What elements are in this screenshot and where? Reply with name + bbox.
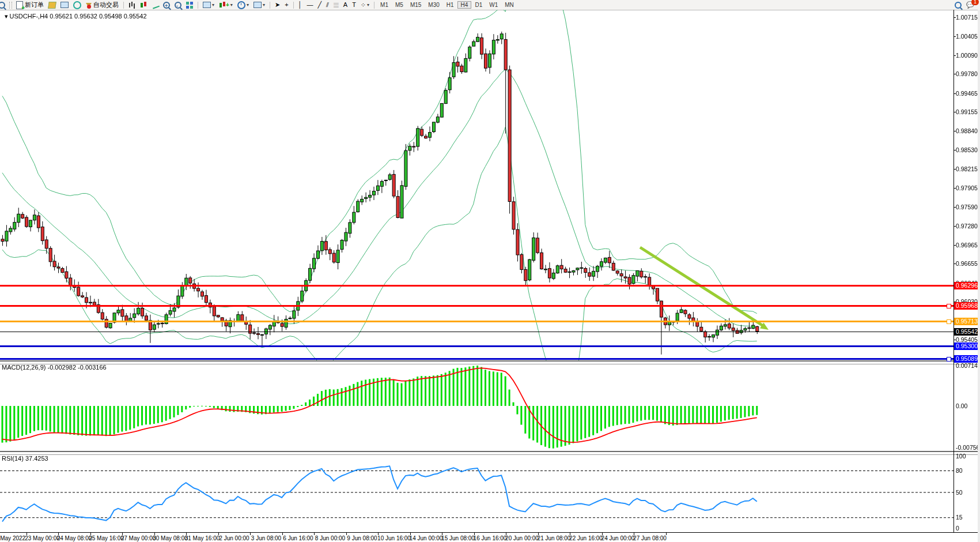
channel-button[interactable]: ⫽: [324, 1, 331, 9]
price-line-label: 0.95542: [954, 328, 979, 336]
toolbar-search-button[interactable]: [953, 1, 963, 9]
arrows-button[interactable]: ⁘▾: [359, 1, 371, 9]
separator: [123, 2, 124, 9]
price-line-label: 0.95968: [954, 302, 979, 310]
candlestick-button[interactable]: [138, 1, 149, 9]
hline-0.95542[interactable]: [0, 332, 953, 332]
equidistant-channel-icon: ⫽: [326, 1, 329, 9]
toolbar-grip: [9, 2, 12, 9]
time-axis-label: 24 May 08:00: [57, 535, 92, 541]
timeframe-m5[interactable]: M5: [392, 1, 407, 9]
time-axis-label: 25 May 16:00: [89, 535, 124, 541]
horizontal-line-icon: —: [307, 1, 313, 9]
text-label-icon: T: [352, 1, 356, 9]
timeframe-m30[interactable]: M30: [425, 1, 442, 9]
timeframe-h4[interactable]: H4: [457, 1, 472, 9]
trendline-button[interactable]: ╱: [316, 1, 323, 9]
zoom-in-button[interactable]: +: [161, 1, 172, 9]
tile-windows-icon: [186, 2, 193, 9]
cursor-tool-button[interactable]: ➤: [273, 1, 282, 9]
timeframe-h1[interactable]: H1: [443, 1, 457, 9]
monitor-icon: [60, 2, 69, 8]
macd-label: MACD(12,26,9) -0.002982 -0.003166: [2, 364, 107, 371]
templates-button[interactable]: ▾: [252, 1, 267, 9]
timeframe-m1[interactable]: M1: [377, 1, 392, 9]
rsi-canvas[interactable]: [0, 453, 953, 532]
macd-canvas[interactable]: [0, 362, 953, 450]
rsi-axis-value: 15: [956, 514, 963, 521]
time-axis-label: 10 Jun 16:00: [377, 535, 411, 541]
chart-styles-button[interactable]: [47, 1, 58, 9]
time-axis-label: 27 Jun 08:00: [633, 535, 667, 541]
auto-trading-button[interactable]: 自动交易: [84, 1, 120, 9]
tile-windows-button[interactable]: [184, 1, 195, 9]
crosshair-icon: +: [285, 1, 288, 9]
price-axis-value: 0.99465: [956, 90, 978, 97]
hline-0.96296[interactable]: [0, 285, 953, 287]
price-axis-value: 0.98840: [956, 127, 978, 134]
fibonacci-icon: 𝄙: [334, 1, 339, 9]
timeframe-d1[interactable]: D1: [471, 1, 486, 9]
timeframe-m15[interactable]: M15: [407, 1, 425, 9]
hline-0.95300[interactable]: [0, 345, 953, 347]
bar-chart-icon: [128, 2, 135, 9]
time-axis-tick: [314, 533, 315, 535]
price-line-label: 0.95713: [954, 318, 979, 325]
bar-chart-button[interactable]: [127, 1, 137, 9]
line-handle[interactable]: [947, 304, 951, 308]
time-axis-tick: [666, 533, 667, 535]
hline-0.95968[interactable]: [0, 305, 953, 307]
clock-icon: [237, 1, 245, 9]
timeframe-w1[interactable]: W1: [486, 1, 501, 9]
text-label-button[interactable]: T: [350, 1, 358, 9]
paint-bucket-icon: [48, 2, 56, 9]
fibonacci-button[interactable]: 𝄙: [332, 1, 340, 9]
zoom-out-button[interactable]: -: [173, 1, 183, 9]
hline-0.95713[interactable]: [0, 321, 953, 322]
hline-0.95089[interactable]: [0, 358, 953, 360]
indicators-icon: [219, 2, 226, 9]
chevron-down-icon: ▾: [263, 2, 265, 7]
new-order-button[interactable]: + 新订单: [14, 1, 46, 9]
indicators-button[interactable]: +▾: [217, 1, 234, 9]
crosshair-tool-button[interactable]: +: [283, 1, 290, 9]
signals-button[interactable]: [71, 1, 83, 9]
time-axis-label: 30 May 08:00: [153, 535, 188, 541]
time-axis-label: 20 Jun 00:00: [505, 535, 539, 541]
chevron-down-icon: ▾: [212, 2, 214, 7]
vertical-line-button[interactable]: │: [297, 1, 304, 9]
price-axis-value: 0.98215: [956, 165, 978, 172]
horizontal-line-button[interactable]: —: [305, 1, 315, 9]
new-chart-button[interactable]: ▾: [201, 1, 216, 9]
auto-trading-label: 自动交易: [93, 1, 119, 9]
price-axis-value: 0.97590: [956, 204, 978, 210]
rsi-axis-value: 50: [956, 489, 963, 496]
periods-button[interactable]: ▾: [236, 1, 251, 9]
collapse-triangle-icon[interactable]: ▾: [5, 13, 8, 20]
price-axis-value: 1.00715: [956, 14, 978, 21]
time-axis-label: 14 Jun 00:00: [410, 535, 443, 541]
time-axis-label: 15 Jun 08:00: [441, 535, 475, 541]
zoom-out-icon: -: [175, 2, 181, 9]
search-icon-partial[interactable]: [0, 1, 7, 9]
line-handle[interactable]: [947, 357, 951, 362]
vertical-line-icon: │: [298, 1, 302, 9]
chart-ohlc-values: 0.95621 0.95632 0.95498 0.95542: [50, 13, 146, 20]
time-axis-label: 8 Jun 00:00: [315, 535, 345, 541]
time-axis-label: 31 May 16:00: [185, 535, 220, 541]
timeframe-mn[interactable]: MN: [501, 1, 517, 9]
separator: [270, 2, 270, 9]
separator: [198, 2, 198, 9]
new-chart-window-button[interactable]: [59, 1, 70, 9]
price-axis-value: 0.99780: [956, 70, 978, 77]
line-chart-button[interactable]: [150, 1, 160, 9]
price-axis-value: 1.00405: [956, 33, 978, 40]
toolbar: + 新订单 自动交易 + - ▾ +▾ ▾ ▾ ➤ + │ — ╱ ⫽ 𝄙 A …: [0, 0, 980, 10]
line-handle[interactable]: [947, 319, 951, 324]
auto-trading-icon: [86, 3, 92, 7]
text-tool-button[interactable]: A: [342, 1, 349, 9]
chevron-down-icon: ▾: [230, 2, 233, 7]
price-chart-canvas[interactable]: [0, 10, 953, 360]
notifications-button[interactable]: 💬 1: [964, 1, 976, 9]
rsi-axis-value: 100: [956, 453, 966, 460]
